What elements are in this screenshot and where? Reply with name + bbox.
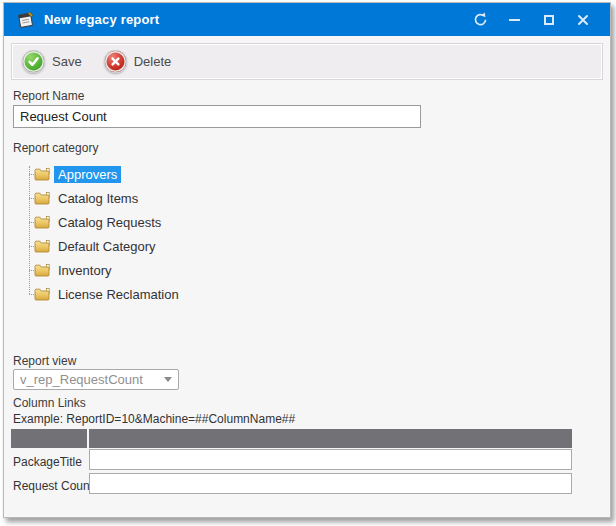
tree-item-catalog-items[interactable]: Catalog Items [13,186,333,210]
window-controls [473,12,598,27]
folder-icon [34,239,51,253]
column-links-label: Column Links [13,396,86,410]
tree-item-label: License Reclamation [54,286,183,303]
tree-item-label: Inventory [54,262,115,279]
delete-button[interactable]: Delete [104,50,172,73]
folder-icon [34,287,51,301]
header-cell-label-column [11,429,87,448]
header-cell-link-column [89,429,572,448]
refresh-icon[interactable] [473,12,488,27]
column-links-example: Example: ReportID=10&Machine=##ColumnNam… [13,412,295,426]
tree-item-inventory[interactable]: Inventory [13,258,333,282]
column-link-input-packagetitle[interactable] [89,449,572,470]
folder-icon [34,191,51,205]
report-category-tree: Approvers Catalog Items Catalog Requests [13,162,333,308]
chevron-down-icon [164,377,172,382]
folder-icon [34,167,51,181]
minimize-icon[interactable] [507,12,522,27]
titlebar: New legacy report [4,3,610,36]
report-name-label: Report Name [13,89,84,103]
save-button-label: Save [52,54,82,69]
close-icon[interactable] [575,12,590,27]
report-note-icon [16,10,35,29]
report-view-select[interactable]: v_rep_RequestCount [13,369,179,390]
tree-item-approvers[interactable]: Approvers [13,162,333,186]
tree-item-label: Approvers [54,166,121,183]
tree-item-catalog-requests[interactable]: Catalog Requests [13,210,333,234]
green-check-icon [22,50,45,73]
tree-item-license-reclamation[interactable]: License Reclamation [13,282,333,306]
folder-icon [34,263,51,277]
tree-item-label: Default Category [54,238,160,255]
folder-icon [34,215,51,229]
maximize-icon[interactable] [541,12,556,27]
delete-button-label: Delete [134,54,172,69]
column-links-table-header [11,429,572,448]
toolbar: Save Delete [11,43,603,80]
red-x-icon [104,50,127,73]
tree-item-label: Catalog Requests [54,214,165,231]
tree-item-default-category[interactable]: Default Category [13,234,333,258]
dialog-window: New legacy report [3,2,611,518]
report-name-input[interactable] [13,105,421,128]
column-link-row-label: PackageTitle [13,455,82,469]
save-button[interactable]: Save [22,50,82,73]
tree-item-label: Catalog Items [54,190,142,207]
column-link-row-label: Request Count [13,479,93,493]
column-link-input-request-count[interactable] [89,473,572,494]
report-view-selected-value: v_rep_RequestCount [20,372,160,387]
report-category-label: Report category [13,141,98,155]
report-view-label: Report view [13,354,76,368]
window-title: New legacy report [44,12,159,27]
